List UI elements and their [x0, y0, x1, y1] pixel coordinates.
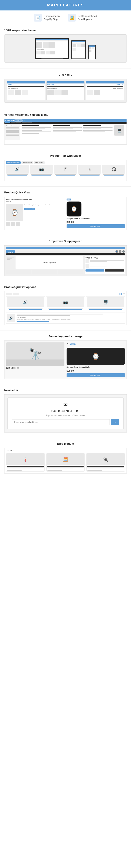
grid-product-3-price — [89, 309, 122, 310]
tab-bestsellers[interactable]: Best Sellers — [34, 161, 44, 164]
prod-card-1: 🔊 — [6, 165, 29, 177]
sec-badge-row: ↻ New — [67, 342, 125, 346]
mega-col-1 — [22, 125, 51, 139]
qv-watch-image: ⌚ — [67, 202, 81, 216]
section-cart-dropdown: Drop-down Shopping cart GIGG·MALL 👤 ♡ 🛒 — [0, 236, 131, 280]
blog-card-1-text-1 — [7, 467, 44, 468]
qv-thumb-1[interactable] — [6, 222, 10, 226]
rtl-screen: BIGMALL Best Headphones — [86, 81, 124, 100]
list-product-1-info: $16.14 $26.00 Consectetur adipiscing eli… — [16, 314, 124, 322]
mega-logo: BIGMALL — [5, 120, 14, 121]
prod-name-5 — [103, 174, 124, 175]
cart-hero-text: Smart System — [43, 261, 56, 264]
qv-thumb-3[interactable] — [16, 222, 20, 226]
gl-top-bar — [6, 293, 125, 295]
refresh-icon: ↻ — [67, 342, 69, 346]
blog-card-2-text-2 — [47, 469, 73, 469]
gl-view-icons — [120, 293, 125, 295]
list-product-1-desc — [16, 315, 71, 316]
feature-psd-line1: PSD files included — [78, 14, 97, 18]
tab-featured[interactable]: Featured Products — [6, 161, 20, 164]
sec-right-panel: ↻ New ⌚ Suspendisse Massa Nulla $29.00 A… — [67, 342, 125, 377]
newsletter-title: SUBSCRIBE US — [12, 409, 119, 413]
prod-img-5: 🎧 — [102, 165, 125, 174]
sec-new-badge: New — [71, 343, 76, 345]
sec-product-price: $29.00 — [67, 370, 125, 372]
section-secondary-img: Secondary product image 🔭 $28.72 $36.90 … — [0, 331, 131, 383]
sec-add-to-cart-button[interactable]: ADD TO CART — [67, 373, 125, 377]
blog-card-1-title — [7, 466, 44, 467]
blog-mockup: Latest Posts 🌡️ 🧮 — [4, 448, 127, 473]
cart-hero-image: Smart System — [15, 256, 83, 269]
mega-columns: 🖥️ — [21, 124, 126, 140]
mega-col-2 — [53, 125, 82, 139]
product-tab-mockup: Featured Products New Products Best Sell… — [4, 160, 127, 181]
prod-price-4 — [80, 176, 99, 176]
grid-list-mockup: 🔊 📷 🖥️ 🔊 $16.14 $26.00 C — [4, 291, 127, 325]
prod-card-5: 🎧 — [102, 165, 125, 177]
qv-left-panel: Audio Musical Comfortable Plus$13.00 ⌚ P… — [6, 198, 64, 228]
grid-product-2-title — [48, 308, 83, 308]
newsletter-subtitle: Sign up and been informed of latest topi… — [12, 414, 119, 417]
blog-card-2-date — [47, 470, 62, 470]
newsletter-submit-button[interactable]: → — [111, 419, 119, 425]
product-grid: 🔊 📷 🖥️ — [6, 296, 125, 311]
main-header: MAIN FEATURES — [0, 0, 131, 10]
phone-screen — [89, 45, 95, 59]
feature-psd-line2: for all layouts — [78, 18, 97, 21]
section-responsive-title: 100% responsive theme — [4, 29, 127, 32]
grid-product-1-price — [9, 309, 42, 310]
sec-product-title: Suspendisse Massa Nulla — [67, 366, 125, 368]
prod-name-4 — [79, 174, 100, 175]
docs-icon: 📄 — [34, 14, 42, 22]
section-megamenu: Vertical Megamenu / Mobile Menu BIGMALL … — [0, 110, 131, 149]
quickview-mockup: Audio Musical Comfortable Plus$13.00 ⌚ P… — [4, 196, 127, 230]
cart-user-icon[interactable]: 👤 — [116, 250, 118, 253]
section-grid-list: Product grid/list options — [0, 282, 131, 330]
feature-item-psd: 🖼️ PSD files included for all layouts — [68, 14, 97, 22]
qv-thumbnails — [6, 222, 64, 226]
prod-price-3 — [56, 176, 75, 176]
prod-price-1 — [7, 176, 27, 176]
blog-section-header: Latest Posts — [6, 450, 125, 452]
section-ltr-rtl-title: LTR + RTL — [4, 73, 127, 76]
grid-product-2-price — [49, 309, 82, 310]
blog-card-3-body — [87, 465, 125, 471]
prod-card-4: ☕ — [78, 165, 101, 177]
cart-dropdown-panel: Shopping Cart (3) — [85, 256, 125, 274]
mega-sidebar: Electronics — [5, 124, 20, 140]
section-quick-view-title: Product Quick View — [4, 191, 127, 194]
blog-grid: 🌡️ 🧮 🔌 — [6, 453, 125, 472]
desktop-store: Smart Surface — [36, 39, 68, 58]
list-product-1-price — [16, 321, 49, 322]
grid-view-icon[interactable] — [120, 293, 122, 295]
newsletter-email-input[interactable] — [12, 419, 110, 425]
megamenu-mockup: BIGMALL Order #5 🛒 Electronics — [4, 119, 127, 145]
section-secondary-img-title: Secondary product image — [4, 335, 127, 338]
cart-item-2-info — [90, 265, 124, 267]
blog-card-2-img: 🧮 — [47, 454, 85, 465]
blog-card-3-date — [87, 470, 102, 470]
blog-card-1-date — [7, 470, 22, 470]
section-ltr-rtl: LTR + RTL BIGMALL Best Headphones — [0, 70, 131, 108]
cart-cart-icon[interactable]: 🛒 — [122, 250, 125, 253]
cart-left-hero: Smart System — [6, 256, 83, 274]
sec-price-row: $28.72 $36.90 — [6, 367, 64, 369]
tab-new[interactable]: New Products — [21, 161, 33, 164]
feature-item-docs: 📄 Documentation Step By Step — [34, 14, 59, 22]
cart-item-1-img — [86, 259, 89, 263]
section-cart-title: Drop-down Shopping cart — [4, 240, 127, 243]
cart-wishlist-icon[interactable]: ♡ — [119, 250, 122, 253]
device-tablet — [71, 40, 86, 59]
section-product-tab: Product Tab With Slider Featured Product… — [0, 151, 131, 186]
qv-add-to-cart-button[interactable]: ADD TO CART — [67, 224, 125, 228]
device-phone — [88, 45, 96, 59]
qv-thumb-2[interactable] — [11, 222, 15, 226]
cart-logo-row: GIGG·MALL 👤 ♡ 🛒 — [6, 250, 125, 253]
cart-logo-text: GIGG·MALL — [6, 252, 14, 254]
qv-new-badge: New — [67, 198, 71, 200]
prod-img-4: ☕ — [78, 165, 101, 174]
gl-filter-row — [6, 293, 19, 295]
list-view-icon[interactable] — [123, 293, 125, 295]
responsive-mockup: Smart Surface — [4, 35, 127, 62]
